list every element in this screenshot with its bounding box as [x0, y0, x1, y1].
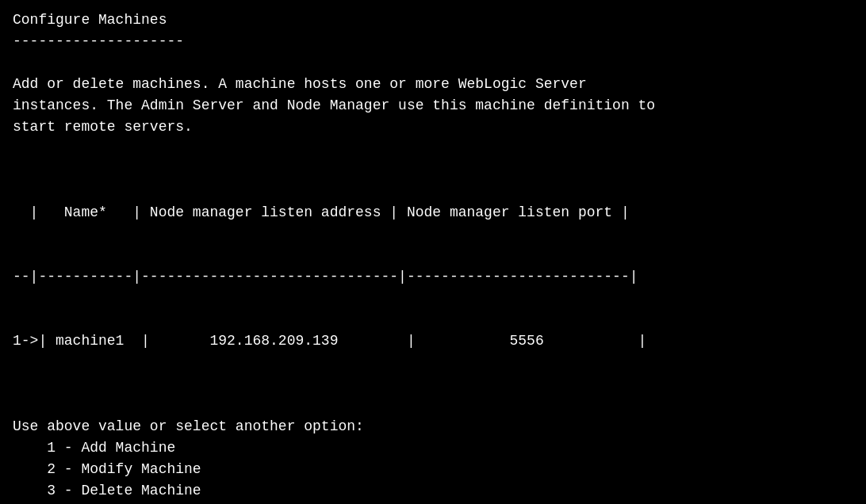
table-header: | Name* | Node manager listen address | … [13, 202, 853, 223]
table-row-1: 1->| machine1 | 192.168.209.139 | 5556 | [13, 330, 853, 352]
terminal-window: Configure Machines -------------------- … [13, 10, 853, 494]
desc-line3: start remote servers. [13, 116, 853, 138]
title-line: Configure Machines [13, 10, 853, 31]
option-1: 1 - Add Machine [13, 437, 853, 459]
prompt-line: Use above value or select another option… [13, 416, 853, 437]
separator-line: -------------------- [13, 31, 853, 52]
table-divider: --|-----------|-------------------------… [13, 266, 853, 288]
machine-table: | Name* | Node manager listen address | … [13, 159, 853, 395]
desc-line2: instances. The Admin Server and Node Man… [13, 95, 853, 116]
option-3: 3 - Delete Machine [13, 480, 853, 502]
option-2: 2 - Modify Machine [13, 459, 853, 480]
desc-line1: Add or delete machines. A machine hosts … [13, 74, 853, 95]
